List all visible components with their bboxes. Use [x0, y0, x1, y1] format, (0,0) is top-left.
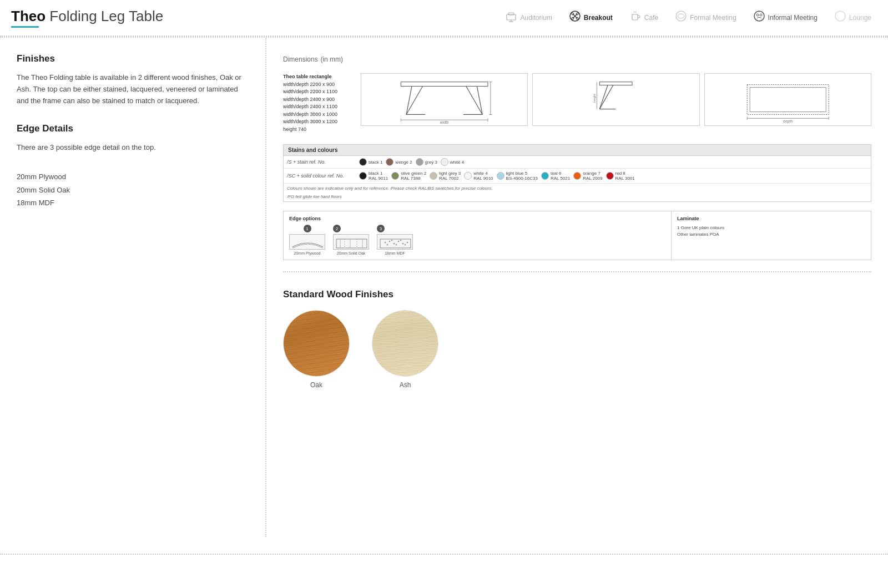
laminate-label: Laminate [677, 216, 865, 221]
edge-option-plywood: 1 20mm Plywood [289, 225, 325, 255]
table-label: Theo table rectangle [283, 74, 332, 79]
nav-informal-meeting[interactable]: Informal Meeting [748, 8, 823, 28]
swatch-black1 [359, 158, 367, 166]
svg-text:depth: depth [783, 119, 793, 124]
svg-text:height: height [593, 94, 597, 103]
informal-meeting-icon [753, 10, 765, 26]
edge-solidoak-label: 20mm Solid Oak [337, 251, 366, 255]
svg-rect-49 [380, 239, 411, 248]
svg-point-16 [835, 11, 845, 21]
dimensions-heading: Dimensions (in mm) [283, 53, 871, 64]
swatch-white4-2 [464, 172, 472, 180]
bottom-divider [0, 554, 888, 555]
stains-note: Colours shown are indicative only and fo… [284, 184, 871, 193]
nav-cafe[interactable]: Cafe [624, 8, 664, 28]
color-label-orange7: orange 7RAL 2009 [583, 171, 602, 181]
edge-img-solidoak [333, 234, 369, 250]
swatch-red8 [606, 172, 614, 180]
svg-rect-31 [600, 82, 633, 85]
ash-texture [372, 311, 438, 376]
edge-option-3: 18mm MDF [17, 196, 249, 209]
wood-finishes-section: Standard Wood Finishes Oak Ash [283, 283, 871, 389]
spec-5: width/depth 3000 x 1200 [283, 119, 337, 124]
edge-num-3: 3 [377, 225, 385, 232]
svg-point-12 [678, 14, 684, 18]
swatch-white4 [441, 158, 448, 166]
wood-finishes-title: Standard Wood Finishes [283, 289, 871, 300]
drawing-front: width [361, 73, 528, 126]
edge-img-mdf [377, 234, 413, 250]
color-teal6: teal 6RAL 5021 [541, 171, 570, 181]
color-lgrey3: light grey 3RAL 7002 [430, 171, 461, 181]
nav-formal-meeting[interactable]: Formal Meeting [669, 8, 741, 28]
svg-rect-37 [747, 85, 829, 115]
edge-options-label: Edge options [289, 216, 665, 221]
nav-auditorium[interactable]: Auditorium [500, 8, 557, 28]
wood-swatch-oak: Oak [283, 310, 350, 389]
drawing-side: height [532, 73, 699, 126]
product-title: Theo Folding Leg Table [11, 8, 163, 25]
edge-num-1: 1 [304, 225, 311, 232]
swatch-orange7 [573, 172, 581, 180]
color-red8: red 8RAL 3001 [606, 171, 635, 181]
edge-option-mdf: 3 [377, 225, 413, 255]
color-label-grey3: grey 3 [425, 160, 437, 165]
finishes-body: The Theo Folding table is available in 2… [17, 72, 249, 107]
stains-table: Stains and colours /S + stain ref. No. b… [283, 144, 871, 202]
dimension-diagrams: Theo table rectangle width/depth 2200 x … [283, 73, 871, 133]
edge-option-1: 20mm Plywood [17, 170, 249, 183]
main-nav: Auditorium Breakout [500, 8, 877, 28]
oak-label: Oak [310, 381, 322, 389]
ash-label: Ash [400, 381, 411, 389]
color-wenge2: wenge 2 [386, 158, 412, 166]
spec-2: width/depth 2400 x 900 [283, 97, 335, 102]
stains-row-2: /SC + solid colour ref. No. black 1RAL 9… [284, 169, 871, 184]
svg-point-51 [389, 241, 391, 242]
finishes-title: Finishes [17, 53, 249, 64]
svg-point-60 [405, 244, 406, 246]
color-white4: white 4 [441, 158, 464, 166]
lounge-icon [834, 10, 846, 26]
drawing-plan: depth [704, 73, 871, 126]
spec-4: width/depth 3000 x 1000 [283, 111, 337, 117]
stains-label-1: /S + stain ref. No. [287, 159, 359, 165]
color-label-olive2: olive green 2RAL 7388 [401, 171, 426, 181]
lounge-label: Lounge [849, 14, 871, 22]
svg-point-15 [760, 14, 762, 16]
oak-texture [284, 311, 349, 376]
svg-point-13 [754, 11, 764, 21]
formal-meeting-icon [675, 10, 687, 26]
product-title-regular: Folding Leg Table [46, 8, 163, 24]
svg-point-53 [398, 241, 400, 242]
nav-lounge[interactable]: Lounge [829, 8, 877, 28]
swatch-teal6 [541, 172, 549, 180]
svg-point-50 [385, 242, 386, 244]
color-grey3: grey 3 [416, 158, 437, 166]
swatch-sc-black1 [359, 172, 367, 180]
color-label-lblue5: light blue 5BS-4900-16C33 [506, 171, 538, 181]
edge-plywood-label: 20mm Plywood [294, 251, 321, 255]
svg-point-54 [402, 243, 404, 245]
spec-0: width/depth 2200 x 900 [283, 82, 335, 87]
laminate-box: Laminate 1 Gore UK plain coloursOther la… [672, 211, 871, 260]
edge-laminate-section: Edge options 1 20mm Plywood [283, 211, 871, 260]
logo-underline [11, 26, 39, 28]
stains-row-1: /S + stain ref. No. black 1 wenge 2 grey… [284, 156, 871, 169]
swatch-lgrey3 [430, 172, 437, 180]
swatch-wenge2 [386, 158, 393, 166]
svg-rect-38 [750, 87, 826, 111]
nav-breakout[interactable]: Breakout [563, 8, 618, 28]
cafe-label: Cafe [644, 14, 658, 22]
product-title-bold: Theo [11, 8, 46, 24]
left-panel: Finishes The Theo Folding table is avail… [0, 38, 266, 537]
formal-meeting-label: Formal Meeting [690, 14, 736, 22]
stains-label-2: /SC + solid colour ref. No. [287, 173, 359, 179]
color-orange7: orange 7RAL 2009 [573, 171, 602, 181]
color-label-sc-black1: black 1RAL 9011 [369, 171, 388, 181]
svg-point-59 [400, 240, 402, 241]
swatch-olive2 [391, 172, 399, 180]
spec-1: width/depth 2200 x 1100 [283, 89, 337, 94]
stains-colors-2: black 1RAL 9011 olive green 2RAL 7388 li… [359, 171, 635, 181]
color-label-black1: black 1 [369, 160, 382, 165]
header: Theo Folding Leg Table Auditorium [0, 0, 888, 37]
